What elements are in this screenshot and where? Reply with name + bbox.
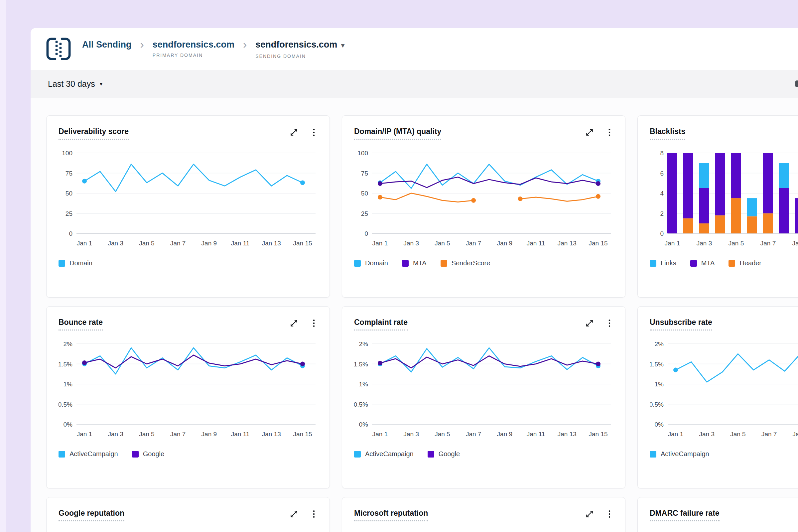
svg-text:Jan 9: Jan 9 (792, 240, 798, 247)
expand-icon[interactable] (290, 319, 298, 327)
svg-text:Jan 13: Jan 13 (557, 431, 576, 438)
card-deliverability-score: Deliverability score 0255075100Jan 1Jan … (46, 115, 330, 298)
svg-text:Jan 3: Jan 3 (697, 240, 712, 247)
date-range-selector[interactable]: Last 30 days (48, 79, 95, 89)
breadcrumb-sending-domain[interactable]: sendforensics.com▾ SENDING DOMAIN (255, 39, 344, 59)
svg-text:100: 100 (62, 150, 73, 157)
chart-deliverability: 0255075100Jan 1Jan 3Jan 5Jan 7Jan 9Jan 1… (58, 150, 318, 250)
menu-dots-icon[interactable] (310, 510, 318, 518)
menu-dots-icon[interactable] (606, 510, 613, 518)
expand-icon[interactable] (585, 128, 594, 137)
expand-icon[interactable] (290, 510, 298, 518)
legend-item: MTA (402, 259, 426, 267)
chart-blacklists: 02468Jan 1Jan 3Jan 5Jan 7Jan 9 (650, 150, 798, 250)
expand-icon[interactable] (585, 510, 594, 518)
svg-text:Jan 5: Jan 5 (730, 431, 745, 438)
chart-unsubscribe: 0%0.5%1%1.5%2%Jan 1Jan 3Jan 5Jan 7Jan 9J… (650, 341, 798, 441)
app-logo-icon[interactable] (45, 37, 72, 61)
menu-dots-icon[interactable] (606, 319, 613, 327)
card-unsubscribe-rate: Unsubscribe rate 0%0.5%1%1.5%2%Jan 1Jan … (638, 306, 798, 489)
svg-text:2%: 2% (655, 341, 664, 347)
svg-text:75: 75 (65, 170, 73, 177)
svg-text:Jan 11: Jan 11 (527, 240, 545, 247)
svg-text:Jan 7: Jan 7 (466, 431, 481, 438)
breadcrumb-all-sending[interactable]: All Sending (82, 39, 132, 50)
svg-text:Jan 9: Jan 9 (497, 240, 512, 247)
chart-legend: DomainMTASenderScore (354, 259, 613, 267)
svg-text:0.5%: 0.5% (58, 401, 73, 408)
legend-label: SenderScore (452, 259, 491, 267)
svg-text:2%: 2% (63, 341, 73, 347)
svg-text:Jan 9: Jan 9 (497, 431, 512, 438)
filter-bar: Last 30 days ▾ (31, 70, 798, 98)
svg-text:Jan 3: Jan 3 (108, 240, 123, 247)
svg-text:Jan 7: Jan 7 (170, 431, 186, 438)
svg-text:Jan 15: Jan 15 (589, 431, 607, 438)
svg-text:Jan 7: Jan 7 (761, 431, 777, 438)
svg-text:0: 0 (69, 230, 73, 237)
svg-text:Jan 7: Jan 7 (760, 240, 776, 247)
legend-swatch (58, 260, 65, 267)
card-dmarc-failure-rate: DMARC failure rate (638, 497, 798, 532)
chart-bounce: 0%0.5%1%1.5%2%Jan 1Jan 3Jan 5Jan 7Jan 9J… (58, 341, 318, 441)
legend-swatch (354, 451, 361, 457)
card-domain-ip-quality: Domain/IP (MTA) quality 0255075100Jan 1J… (342, 115, 625, 298)
expand-icon[interactable] (585, 319, 594, 327)
legend-item: Google (428, 450, 460, 458)
chart-quality: 0255075100Jan 1Jan 3Jan 5Jan 7Jan 9Jan 1… (354, 150, 613, 250)
chart-legend: ActiveCampaignGoogle (354, 450, 613, 458)
breadcrumb-label: All Sending (82, 39, 132, 50)
svg-text:Jan 13: Jan 13 (262, 240, 281, 247)
card-grid: Deliverability score 0255075100Jan 1Jan … (46, 115, 798, 532)
svg-text:75: 75 (361, 170, 368, 177)
card-google-reputation: Google reputation (46, 497, 330, 532)
chevron-right-icon: › (140, 39, 144, 49)
svg-text:Jan 5: Jan 5 (435, 240, 450, 247)
svg-text:25: 25 (361, 210, 368, 217)
svg-text:Jan 3: Jan 3 (108, 431, 123, 438)
svg-text:Jan 15: Jan 15 (293, 431, 312, 438)
clipped-action-icon[interactable] (795, 80, 798, 87)
svg-text:1.5%: 1.5% (354, 361, 368, 368)
svg-text:Jan 1: Jan 1 (373, 240, 388, 247)
svg-text:1%: 1% (63, 381, 73, 388)
svg-text:0: 0 (660, 230, 664, 237)
svg-text:Jan 3: Jan 3 (403, 240, 419, 247)
svg-text:50: 50 (361, 190, 368, 197)
chart-legend: LinksMTAHeader (650, 259, 798, 267)
svg-text:Jan 13: Jan 13 (557, 240, 576, 247)
svg-text:Jan 1: Jan 1 (668, 431, 683, 438)
legend-label: Header (740, 259, 761, 267)
menu-dots-icon[interactable] (606, 128, 613, 137)
chevron-right-icon: › (243, 39, 247, 49)
caret-down-icon[interactable]: ▾ (100, 80, 103, 88)
svg-text:Jan 15: Jan 15 (589, 240, 607, 247)
svg-text:Jan 7: Jan 7 (466, 240, 481, 247)
legend-label: Domain (365, 259, 388, 267)
expand-icon[interactable] (290, 128, 298, 137)
legend-swatch (428, 451, 434, 457)
legend-item: Domain (58, 259, 92, 267)
svg-text:Jan 11: Jan 11 (231, 431, 250, 438)
menu-dots-icon[interactable] (310, 128, 318, 137)
svg-text:100: 100 (358, 150, 368, 157)
svg-text:50: 50 (65, 190, 73, 197)
legend-swatch (440, 260, 447, 267)
menu-dots-icon[interactable] (310, 319, 318, 327)
svg-text:Jan 9: Jan 9 (202, 240, 217, 247)
card-title: Domain/IP (MTA) quality (354, 127, 441, 140)
legend-label: ActiveCampaign (365, 450, 414, 458)
caret-down-icon[interactable]: ▾ (341, 42, 344, 49)
card-title: Complaint rate (354, 318, 407, 330)
breadcrumb-primary-domain[interactable]: sendforensics.com PRIMARY DOMAIN (153, 39, 234, 58)
dashboard: Deliverability score 0255075100Jan 1Jan … (31, 98, 798, 532)
breadcrumb: All Sending › sendforensics.com PRIMARY … (82, 39, 344, 59)
svg-text:0.5%: 0.5% (650, 401, 664, 408)
legend-swatch (690, 260, 697, 267)
chart-legend: ActiveCampaign (650, 450, 798, 458)
svg-text:Jan 5: Jan 5 (139, 240, 154, 247)
svg-text:1.5%: 1.5% (58, 361, 73, 368)
legend-item: SenderScore (440, 259, 491, 267)
svg-text:Jan 1: Jan 1 (77, 431, 92, 438)
page-scroll-strip (0, 0, 6, 532)
